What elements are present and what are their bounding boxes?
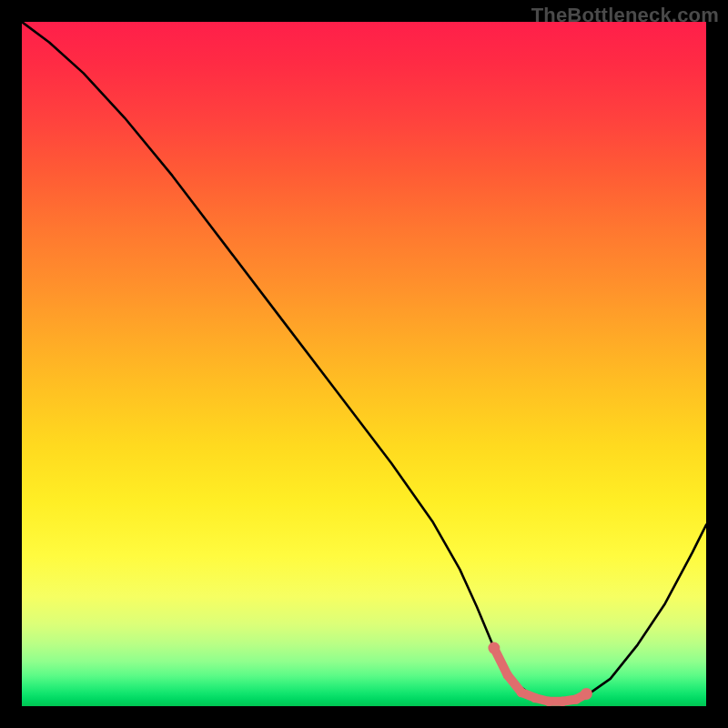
optimal-marker: [544, 697, 553, 706]
optimal-range-markers: [488, 642, 592, 706]
optimal-marker: [488, 642, 500, 654]
optimal-marker: [517, 688, 526, 697]
optimal-marker: [581, 688, 592, 700]
chart-overlay: [22, 22, 706, 706]
optimal-marker: [531, 693, 540, 703]
optimal-marker: [503, 671, 512, 680]
plot-area: [22, 22, 706, 706]
optimal-marker: [571, 694, 581, 703]
optimal-marker: [558, 697, 567, 706]
bottleneck-curve: [22, 22, 706, 702]
watermark-text: TheBottleneck.com: [531, 4, 719, 27]
chart-container: TheBottleneck.com: [0, 0, 728, 728]
